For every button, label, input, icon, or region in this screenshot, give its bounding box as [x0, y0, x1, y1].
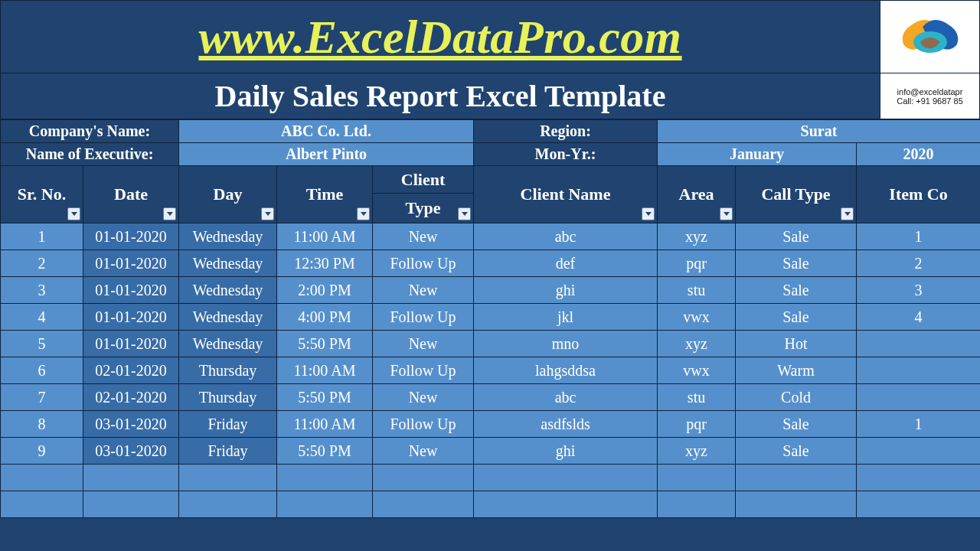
cell-type[interactable]: New — [373, 277, 474, 304]
cell-type[interactable]: Follow Up — [373, 411, 474, 438]
filter-icon[interactable] — [841, 207, 854, 220]
cell-date[interactable]: 01-01-2020 — [83, 331, 179, 357]
cell-item[interactable]: 3 — [857, 277, 980, 304]
filter-icon[interactable] — [458, 207, 471, 220]
cell-item[interactable] — [857, 331, 980, 357]
cell-date[interactable]: 01-01-2020 — [83, 250, 179, 277]
cell-call[interactable]: Cold — [736, 384, 857, 411]
cell-call[interactable]: Sale — [736, 250, 857, 277]
cell-day[interactable]: Wednesday — [179, 304, 277, 331]
cell-sr[interactable]: 1 — [1, 223, 83, 250]
cell-item[interactable] — [857, 384, 980, 411]
cell-call[interactable]: Sale — [736, 223, 857, 250]
filter-icon[interactable] — [720, 207, 733, 220]
cell-day[interactable]: Friday — [179, 438, 277, 465]
contact-block: info@exceldatapr Call: +91 9687 85 — [880, 73, 979, 119]
cell-date[interactable]: 03-01-2020 — [83, 411, 179, 438]
cell-type[interactable]: New — [373, 438, 474, 465]
cell-name[interactable]: abc — [474, 384, 658, 411]
cell-type[interactable]: New — [373, 331, 474, 357]
cell-date[interactable]: 03-01-2020 — [83, 438, 179, 465]
cell-time[interactable]: 12:30 PM — [277, 250, 373, 277]
cell-type[interactable]: Follow Up — [373, 357, 474, 384]
template-title: Daily Sales Report Excel Template — [1, 73, 880, 119]
cell-day[interactable]: Thursday — [179, 357, 277, 384]
cell-call[interactable]: Sale — [736, 277, 857, 304]
cell-area[interactable]: vwx — [658, 304, 736, 331]
cell-name[interactable]: jkl — [474, 304, 658, 331]
cell-type[interactable]: Follow Up — [373, 250, 474, 277]
cell-date[interactable]: 02-01-2020 — [83, 384, 179, 411]
cell-date[interactable]: 02-01-2020 — [83, 357, 179, 384]
header-row: Sr. No. Date Day Time Client Client Name… — [1, 166, 981, 194]
cell-day[interactable]: Thursday — [179, 384, 277, 411]
region-value[interactable]: Surat — [658, 120, 980, 143]
cell-area[interactable]: xyz — [658, 438, 736, 465]
cell-area[interactable]: xyz — [658, 223, 736, 250]
cell-item[interactable] — [857, 357, 980, 384]
cell-area[interactable]: pqr — [658, 250, 736, 277]
cell-time[interactable]: 5:50 PM — [277, 384, 373, 411]
cell-name[interactable]: asdfslds — [474, 411, 658, 438]
cell-time[interactable]: 2:00 PM — [277, 277, 373, 304]
filter-icon[interactable] — [163, 207, 176, 220]
cell-item[interactable] — [857, 438, 980, 465]
cell-time[interactable]: 5:50 PM — [277, 331, 373, 357]
cell-call[interactable]: Sale — [736, 438, 857, 465]
cell-sr[interactable]: 8 — [1, 411, 83, 438]
cell-time[interactable]: 11:00 AM — [277, 223, 373, 250]
cell-time[interactable]: 11:00 AM — [277, 411, 373, 438]
executive-value[interactable]: Albert Pinto — [179, 143, 474, 166]
cell-name[interactable]: mno — [474, 331, 658, 357]
region-label: Region: — [474, 120, 658, 143]
filter-icon[interactable] — [642, 207, 655, 220]
cell-time[interactable]: 5:50 PM — [277, 438, 373, 465]
cell-name[interactable]: abc — [474, 223, 658, 250]
cell-item[interactable]: 1 — [857, 411, 980, 438]
cell-name[interactable]: lahgsddsa — [474, 357, 658, 384]
cell-type[interactable]: New — [373, 223, 474, 250]
cell-call[interactable]: Warm — [736, 357, 857, 384]
cell-sr[interactable]: 5 — [1, 331, 83, 357]
cell-time[interactable]: 11:00 AM — [277, 357, 373, 384]
cell-date[interactable]: 01-01-2020 — [83, 304, 179, 331]
cell-area[interactable]: pqr — [658, 411, 736, 438]
cell-area[interactable]: xyz — [658, 331, 736, 357]
cell-sr[interactable]: 4 — [1, 304, 83, 331]
col-client-name: Client Name — [474, 166, 658, 223]
month-value[interactable]: January — [658, 143, 857, 166]
cell-day[interactable]: Wednesday — [179, 223, 277, 250]
cell-item[interactable]: 4 — [857, 304, 980, 331]
cell-call[interactable]: Hot — [736, 331, 857, 357]
cell-day[interactable]: Wednesday — [179, 250, 277, 277]
cell-day[interactable]: Wednesday — [179, 331, 277, 357]
cell-name[interactable]: def — [474, 250, 658, 277]
empty-row — [1, 491, 981, 518]
cell-name[interactable]: ghi — [474, 277, 658, 304]
filter-icon[interactable] — [357, 207, 370, 220]
cell-sr[interactable]: 7 — [1, 384, 83, 411]
cell-call[interactable]: Sale — [736, 304, 857, 331]
cell-area[interactable]: stu — [658, 277, 736, 304]
cell-type[interactable]: New — [373, 384, 474, 411]
cell-area[interactable]: vwx — [658, 357, 736, 384]
cell-date[interactable]: 01-01-2020 — [83, 223, 179, 250]
cell-sr[interactable]: 6 — [1, 357, 83, 384]
cell-name[interactable]: ghi — [474, 438, 658, 465]
cell-item[interactable]: 2 — [857, 250, 980, 277]
cell-day[interactable]: Friday — [179, 411, 277, 438]
cell-date[interactable]: 01-01-2020 — [83, 277, 179, 304]
cell-time[interactable]: 4:00 PM — [277, 304, 373, 331]
cell-item[interactable]: 1 — [857, 223, 980, 250]
filter-icon[interactable] — [261, 207, 274, 220]
cell-call[interactable]: Sale — [736, 411, 857, 438]
cell-sr[interactable]: 2 — [1, 250, 83, 277]
cell-area[interactable]: stu — [658, 384, 736, 411]
filter-icon[interactable] — [67, 207, 80, 220]
cell-sr[interactable]: 9 — [1, 438, 83, 465]
year-value[interactable]: 2020 — [857, 143, 980, 166]
cell-sr[interactable]: 3 — [1, 277, 83, 304]
cell-type[interactable]: Follow Up — [373, 304, 474, 331]
cell-day[interactable]: Wednesday — [179, 277, 277, 304]
company-value[interactable]: ABC Co. Ltd. — [179, 120, 474, 143]
